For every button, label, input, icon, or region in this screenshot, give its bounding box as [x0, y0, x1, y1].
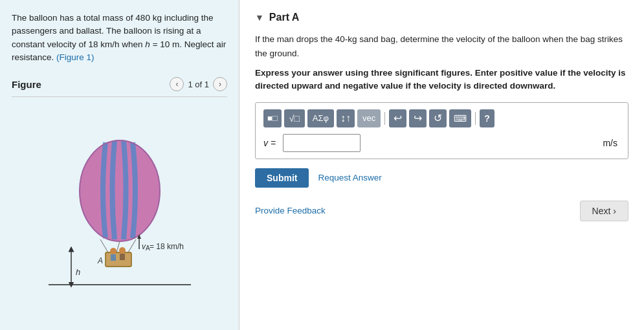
figure-next-button[interactable]: ›: [213, 77, 227, 91]
svg-point-12: [119, 247, 126, 254]
answer-row: v = m/s: [263, 134, 620, 152]
answer-box: ■□ √□ ΑΣφ ↕↑ vec ↩ ↪ ↺ ⌨ ? v = m/s: [255, 102, 628, 159]
figure-link[interactable]: (Figure 1): [56, 52, 94, 62]
submit-button[interactable]: Submit: [255, 168, 309, 188]
answer-label: v =: [263, 138, 276, 148]
block-button[interactable]: ■□: [263, 109, 282, 127]
help-button[interactable]: ?: [480, 109, 494, 127]
figure-prev-button[interactable]: ‹: [170, 77, 184, 91]
next-label: Next: [592, 206, 611, 216]
svg-rect-11: [111, 254, 116, 261]
h-variable: h: [145, 39, 150, 49]
svg-point-10: [110, 248, 117, 254]
toolbar-separator-2: [475, 112, 476, 125]
part-header: ▼ Part A: [255, 12, 628, 23]
sqrt-button[interactable]: √□: [284, 109, 305, 127]
figure-count: 1 of 1: [188, 80, 209, 89]
request-answer-link[interactable]: Request Answer: [318, 173, 381, 182]
problem-statement: The balloon has a total mass of 480 kg i…: [12, 12, 227, 64]
vec-button[interactable]: vec: [357, 109, 381, 127]
redo-button[interactable]: ↪: [409, 109, 427, 127]
keyboard-button[interactable]: ⌨: [449, 109, 471, 127]
svg-rect-13: [120, 254, 125, 260]
part-collapse-arrow[interactable]: ▼: [255, 12, 264, 23]
question-text: If the man drops the 40-kg sand bag, det…: [255, 32, 628, 60]
figure-area: h v: [12, 97, 227, 330]
left-panel: The balloon has a total mass of 480 kg i…: [0, 0, 239, 330]
instruction-text: Express your answer using three signific…: [255, 67, 628, 93]
provide-feedback-link[interactable]: Provide Feedback: [255, 206, 326, 215]
math-toolbar: ■□ √□ ΑΣφ ↕↑ vec ↩ ↪ ↺ ⌨ ?: [263, 109, 620, 127]
refresh-button[interactable]: ↺: [429, 109, 447, 127]
figure-navigation: ‹ 1 of 1 ›: [170, 77, 227, 91]
svg-text:h: h: [76, 267, 80, 277]
toolbar-separator-1: [384, 112, 385, 125]
figure-header: Figure ‹ 1 of 1 ›: [12, 77, 227, 97]
arrows-button[interactable]: ↕↑: [337, 109, 355, 127]
next-arrow-icon: ›: [613, 206, 616, 216]
figure-label: Figure: [12, 79, 41, 90]
svg-text:= 18 km/h: = 18 km/h: [150, 242, 184, 251]
svg-rect-9: [105, 252, 131, 267]
balloon-illustration: h v: [36, 123, 204, 298]
svg-text:A: A: [97, 256, 103, 265]
bottom-row: Provide Feedback Next ›: [255, 201, 628, 221]
velocity-input[interactable]: [283, 134, 361, 152]
svg-line-6: [100, 239, 108, 252]
submit-row: Submit Request Answer: [255, 168, 628, 188]
next-button[interactable]: Next ›: [580, 201, 628, 221]
sigma-button[interactable]: ΑΣφ: [307, 109, 334, 127]
right-panel: ▼ Part A If the man drops the 40-kg sand…: [239, 0, 644, 330]
unit-label: m/s: [603, 138, 620, 148]
undo-button[interactable]: ↩: [389, 109, 406, 127]
part-title: Part A: [269, 12, 300, 23]
svg-line-8: [128, 239, 136, 252]
